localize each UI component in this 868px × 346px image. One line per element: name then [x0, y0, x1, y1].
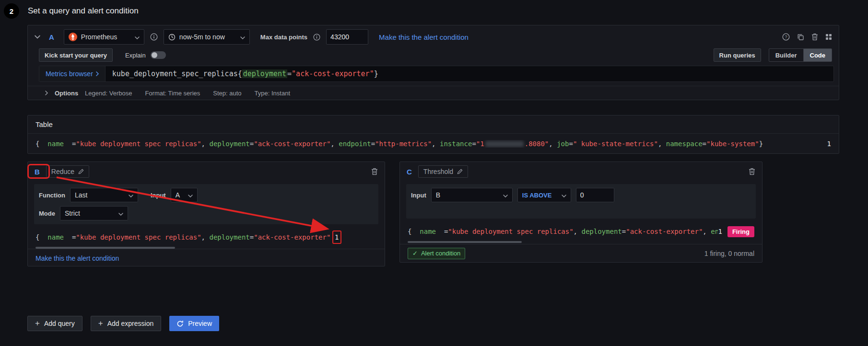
option-summary-item: Type: Instant — [255, 90, 290, 97]
make-alert-condition-link-a[interactable]: Make this the alert condition — [379, 33, 469, 41]
firing-summary: 1 firing, 0 normal — [704, 250, 754, 257]
step-title: Set a query and alert condition — [28, 6, 139, 16]
mode-label: Mode — [39, 210, 55, 217]
syntax-token: = — [371, 140, 375, 148]
run-queries-button[interactable]: Run queries — [714, 48, 761, 62]
syntax-token: , — [330, 140, 339, 148]
syntax-token: , — [574, 228, 582, 235]
input-label: Input — [411, 192, 426, 199]
explain-label: Explain — [125, 52, 146, 59]
syntax-token: = — [250, 233, 254, 241]
datasource-picker[interactable]: Prometheus — [64, 29, 144, 45]
expression-b-header: B Reduce — [28, 162, 385, 181]
max-data-points-input[interactable] — [326, 29, 368, 45]
syntax-token: = — [703, 140, 706, 148]
alert-condition-badge[interactable]: ✓ Alert condition — [408, 248, 465, 259]
syntax-token: = — [472, 140, 476, 148]
duplicate-query-icon[interactable] — [797, 33, 804, 41]
expression-b-ref-label: B — [35, 168, 40, 176]
threshold-settings-block: Input B IS ABOVE — [406, 184, 756, 219]
svg-text:?: ? — [785, 35, 787, 39]
mode-select[interactable]: Strict — [60, 206, 128, 220]
plus-icon: + — [98, 319, 103, 328]
options-expand-chevron-icon[interactable] — [45, 91, 48, 95]
ref-text: B — [35, 168, 40, 176]
syntax-token: deployment — [242, 69, 287, 78]
delete-expression-c-icon[interactable] — [749, 168, 755, 175]
kick-start-query-button[interactable]: Kick start your query — [39, 48, 113, 62]
firing-state-badge: Firing — [727, 226, 754, 237]
builder-mode-option[interactable]: Builder — [769, 49, 803, 61]
syntax-token: "kube_deployment_spec_replicas" — [76, 233, 201, 241]
syntax-token: __name__ — [39, 140, 71, 148]
preview-button[interactable]: Preview — [169, 316, 219, 331]
function-select[interactable]: Last — [70, 188, 138, 202]
input-label: Input — [151, 192, 166, 199]
syntax-token: endpoint — [711, 228, 718, 235]
metrics-browser-button[interactable]: Metrics browser — [39, 66, 106, 81]
expression-b-type-button[interactable]: Reduce — [46, 165, 89, 178]
operator-value: IS ABOVE — [522, 192, 552, 199]
help-icon[interactable]: ? — [782, 33, 790, 41]
expression-c-result-row: {__name__="kube_deployment_spec_replicas… — [400, 225, 762, 238]
syntax-token: "1 — [476, 140, 484, 148]
option-summary-item: Step: auto — [213, 90, 241, 97]
horizontal-scrollbar-c[interactable] — [408, 241, 522, 243]
collapse-chevron-icon[interactable] — [35, 35, 40, 39]
syntax-token: deployment — [209, 140, 249, 148]
refresh-icon — [176, 320, 184, 327]
promql-editor: Metrics browser kube_deployment_spec_rep… — [39, 66, 834, 82]
syntax-token: , — [703, 228, 711, 235]
function-value: Last — [75, 191, 87, 199]
max-data-points-info-icon[interactable] — [313, 34, 320, 41]
explain-toggle[interactable] — [151, 51, 166, 59]
add-expression-label: Add expression — [107, 320, 154, 327]
code-mode-option[interactable]: Code — [803, 49, 832, 61]
reduce-settings-block: Function Last Input A Mode Strict — [34, 184, 378, 224]
max-data-points-label: Max data points — [260, 34, 307, 41]
time-range-picker[interactable]: now-5m to now — [164, 29, 250, 45]
syntax-token: namespace — [666, 140, 703, 148]
syntax-token: , — [658, 140, 666, 148]
add-query-button[interactable]: + Add query — [27, 316, 82, 331]
expression-c-value: 1 — [718, 228, 722, 235]
expression-c-series-labels: {__name__="kube_deployment_spec_replicas… — [408, 228, 718, 235]
syntax-token: , — [432, 140, 440, 148]
chevron-down-icon — [240, 33, 245, 41]
drag-handle-icon[interactable] — [825, 33, 832, 41]
threshold-row: Input B IS ABOVE — [411, 188, 751, 202]
chevron-down-icon — [135, 33, 140, 41]
datasource-info-icon[interactable] — [150, 33, 158, 41]
plus-icon: + — [35, 319, 40, 328]
syntax-token: "kube_deployment_spec_replicas" — [448, 228, 573, 235]
threshold-operator-select[interactable]: IS ABOVE — [517, 188, 571, 202]
table-title: Table — [28, 115, 839, 134]
syntax-token: , — [201, 140, 210, 148]
metrics-browser-label: Metrics browser — [46, 70, 93, 78]
bottom-actions: + Add query + Add expression Preview — [27, 316, 219, 331]
options-label[interactable]: Options — [55, 90, 78, 97]
expression-c-ref-label: C — [407, 168, 412, 176]
query-options-row[interactable]: Options Legend: VerboseFormat: Time seri… — [28, 86, 839, 100]
series-value: 1 — [827, 140, 831, 148]
reduce-input-select[interactable]: A — [171, 188, 198, 202]
query-a-actions: ? — [782, 33, 832, 41]
expression-c-type-button[interactable]: Threshold — [418, 165, 468, 178]
threshold-input-select[interactable]: B — [431, 188, 513, 202]
chevron-right-icon — [96, 71, 99, 76]
syntax-token: __name__ — [39, 233, 71, 241]
query-a-header-row: A Prometheus now-5m to now — [35, 29, 832, 45]
step-header: 2 Set a query and alert condition — [0, 0, 139, 22]
pencil-icon — [457, 169, 463, 174]
add-query-label: Add query — [44, 320, 75, 327]
make-alert-condition-link-b[interactable]: Make this the alert condition — [35, 254, 119, 262]
explain-group: Explain — [125, 51, 166, 59]
add-expression-button[interactable]: + Add expression — [91, 316, 161, 331]
threshold-value-input[interactable] — [576, 188, 614, 202]
option-summary-item: Legend: Verbose — [85, 90, 132, 97]
promql-expression-input[interactable]: kube_deployment_spec_replicas{deployment… — [112, 69, 378, 78]
expression-b-series-labels: {__name__="kube_deployment_spec_replicas… — [35, 233, 330, 241]
check-icon: ✓ — [412, 250, 418, 257]
delete-expression-b-icon[interactable] — [371, 168, 378, 175]
delete-query-icon[interactable] — [811, 33, 818, 41]
